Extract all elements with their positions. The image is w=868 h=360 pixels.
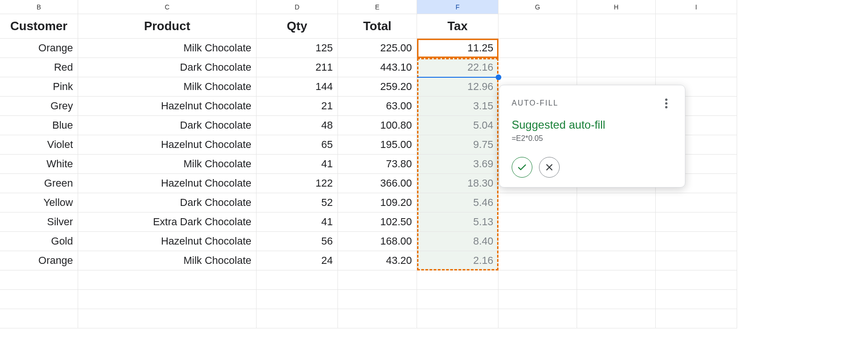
cell-total[interactable]: 195.00	[338, 135, 417, 155]
cell-qty[interactable]: 41	[257, 155, 338, 174]
cell-tax[interactable]: 18.30	[417, 174, 498, 193]
empty-cell[interactable]	[577, 270, 656, 290]
empty-cell[interactable]	[257, 290, 338, 309]
cell-qty[interactable]: 52	[257, 193, 338, 213]
cell-tax[interactable]: 22.16	[417, 58, 498, 77]
cell-tax[interactable]: 5.46	[417, 193, 498, 213]
kebab-menu-icon[interactable]	[659, 97, 673, 110]
column-header-E[interactable]: E	[338, 0, 417, 14]
column-header-H[interactable]: H	[577, 0, 656, 14]
cell-qty[interactable]: 56	[257, 232, 338, 251]
empty-header-cell[interactable]	[577, 14, 656, 39]
empty-cell[interactable]	[338, 309, 417, 328]
header-tax[interactable]: Tax	[417, 14, 498, 39]
empty-cell[interactable]	[338, 270, 417, 290]
empty-cell[interactable]	[656, 39, 737, 58]
cell-product[interactable]: Dark Chocolate	[78, 58, 257, 77]
cell-total[interactable]: 73.80	[338, 155, 417, 174]
cell-tax[interactable]: 3.69	[417, 155, 498, 174]
cell-product[interactable]: Dark Chocolate	[78, 193, 257, 213]
cell-qty[interactable]: 144	[257, 77, 338, 97]
empty-cell[interactable]	[257, 270, 338, 290]
cell-total[interactable]: 102.50	[338, 213, 417, 232]
cell-product[interactable]: Hazelnut Chocolate	[78, 232, 257, 251]
empty-cell[interactable]	[656, 232, 737, 251]
cell-product[interactable]: Extra Dark Chocolate	[78, 213, 257, 232]
empty-cell[interactable]	[577, 58, 656, 77]
column-header-G[interactable]: G	[498, 0, 577, 14]
cell-tax[interactable]: 11.25	[417, 39, 498, 58]
empty-cell[interactable]	[498, 309, 577, 328]
cell-customer[interactable]: Orange	[0, 251, 78, 270]
empty-cell[interactable]	[577, 290, 656, 309]
cell-customer[interactable]: White	[0, 155, 78, 174]
cell-total[interactable]: 100.80	[338, 116, 417, 135]
cell-customer[interactable]: Grey	[0, 97, 78, 116]
empty-cell[interactable]	[577, 39, 656, 58]
empty-cell[interactable]	[498, 232, 577, 251]
column-header-B[interactable]: B	[0, 0, 78, 14]
cell-total[interactable]: 225.00	[338, 39, 417, 58]
header-qty[interactable]: Qty	[257, 14, 338, 39]
cell-customer[interactable]: Red	[0, 58, 78, 77]
empty-cell[interactable]	[577, 309, 656, 328]
header-total[interactable]: Total	[338, 14, 417, 39]
cell-tax[interactable]: 9.75	[417, 135, 498, 155]
cell-total[interactable]: 109.20	[338, 193, 417, 213]
cell-qty[interactable]: 122	[257, 174, 338, 193]
empty-cell[interactable]	[656, 193, 737, 213]
cell-customer[interactable]: Violet	[0, 135, 78, 155]
cell-customer[interactable]: Gold	[0, 232, 78, 251]
cell-customer[interactable]: Orange	[0, 39, 78, 58]
empty-cell[interactable]	[656, 251, 737, 270]
empty-cell[interactable]	[498, 58, 577, 77]
empty-cell[interactable]	[78, 270, 257, 290]
cell-qty[interactable]: 48	[257, 116, 338, 135]
empty-cell[interactable]	[498, 290, 577, 309]
cell-qty[interactable]: 125	[257, 39, 338, 58]
cell-customer[interactable]: Green	[0, 174, 78, 193]
empty-cell[interactable]	[656, 309, 737, 328]
cell-total[interactable]: 259.20	[338, 77, 417, 97]
empty-cell[interactable]	[577, 193, 656, 213]
cell-tax[interactable]: 8.40	[417, 232, 498, 251]
header-customer[interactable]: Customer	[0, 14, 78, 39]
empty-cell[interactable]	[498, 193, 577, 213]
column-header-D[interactable]: D	[257, 0, 338, 14]
cell-total[interactable]: 63.00	[338, 97, 417, 116]
cell-product[interactable]: Milk Chocolate	[78, 155, 257, 174]
cell-total[interactable]: 43.20	[338, 251, 417, 270]
empty-cell[interactable]	[0, 270, 78, 290]
cell-customer[interactable]: Pink	[0, 77, 78, 97]
cell-tax[interactable]: 12.96	[417, 77, 498, 97]
column-header-C[interactable]: C	[78, 0, 257, 14]
cell-product[interactable]: Hazelnut Chocolate	[78, 135, 257, 155]
cell-customer[interactable]: Blue	[0, 116, 78, 135]
empty-cell[interactable]	[498, 251, 577, 270]
empty-cell[interactable]	[417, 270, 498, 290]
empty-cell[interactable]	[0, 309, 78, 328]
cell-customer[interactable]: Silver	[0, 213, 78, 232]
cell-tax[interactable]: 3.15	[417, 97, 498, 116]
empty-cell[interactable]	[656, 290, 737, 309]
empty-cell[interactable]	[498, 213, 577, 232]
empty-cell[interactable]	[577, 232, 656, 251]
cell-tax[interactable]: 2.16	[417, 251, 498, 270]
cell-product[interactable]: Dark Chocolate	[78, 116, 257, 135]
cell-total[interactable]: 168.00	[338, 232, 417, 251]
column-header-F[interactable]: F	[417, 0, 498, 14]
fill-handle[interactable]	[496, 74, 501, 80]
empty-cell[interactable]	[656, 213, 737, 232]
empty-cell[interactable]	[78, 290, 257, 309]
autofill-reject-button[interactable]	[539, 157, 560, 178]
cell-product[interactable]: Hazelnut Chocolate	[78, 97, 257, 116]
empty-cell[interactable]	[577, 251, 656, 270]
cell-qty[interactable]: 21	[257, 97, 338, 116]
cell-product[interactable]: Milk Chocolate	[78, 39, 257, 58]
empty-cell[interactable]	[0, 290, 78, 309]
column-header-I[interactable]: I	[656, 0, 737, 14]
empty-cell[interactable]	[498, 270, 577, 290]
empty-cell[interactable]	[338, 290, 417, 309]
autofill-accept-button[interactable]	[512, 157, 532, 178]
cell-product[interactable]: Milk Chocolate	[78, 77, 257, 97]
